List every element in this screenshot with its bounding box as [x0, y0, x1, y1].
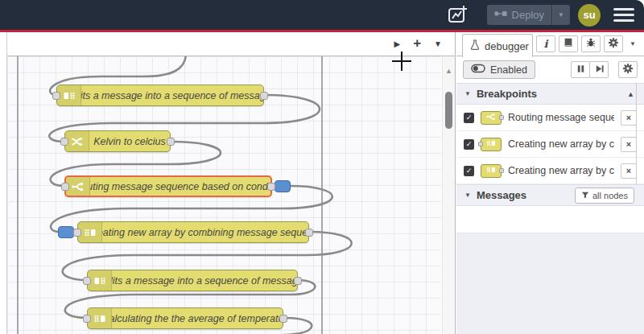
node-port-left[interactable]	[83, 315, 91, 323]
palette-edge	[0, 32, 7, 334]
bug-icon	[585, 37, 597, 52]
messages-section-header[interactable]: ▼ Messages all nodes	[456, 184, 644, 206]
scroll-up-icon[interactable]: ▲	[445, 68, 452, 75]
deploy-label: Deploy	[512, 9, 544, 21]
breakpoint-checkbox[interactable]: ✓	[464, 166, 474, 176]
switch-icon	[481, 111, 502, 125]
flow-list-icon[interactable]: ▼	[434, 40, 442, 48]
node-port-right[interactable]	[305, 229, 313, 237]
breakpoint-checkbox[interactable]: ✓	[464, 139, 474, 150]
pause-icon	[576, 63, 586, 77]
scroll-tabs-right-icon[interactable]: ▶	[394, 40, 400, 48]
tab-debugger[interactable]: debugger	[462, 34, 533, 57]
remove-breakpoint-button[interactable]: ×	[621, 163, 637, 179]
switch-icon	[66, 177, 90, 196]
breakpoints-title: Breakpoints	[477, 88, 537, 100]
node-port-left[interactable]	[60, 138, 68, 146]
capture-flow-icon[interactable]	[445, 3, 469, 27]
node-port-left[interactable]	[61, 183, 69, 191]
tab-debugger-label: debugger	[485, 40, 529, 52]
remove-breakpoint-button[interactable]: ×	[621, 110, 637, 126]
filter-label: all nodes	[592, 191, 628, 200]
user-avatar[interactable]: su	[578, 4, 601, 27]
chevron-down-icon: ▼	[464, 90, 471, 97]
breakpoint-marker[interactable]	[275, 180, 291, 192]
node-port-left[interactable]	[83, 277, 91, 285]
node-port-right[interactable]	[279, 315, 287, 323]
debugger-controls: Enabled	[456, 56, 644, 83]
join-icon	[481, 138, 502, 151]
flow-node[interactable]: Splits a message into a sequence of mess…	[56, 85, 264, 106]
add-flow-button[interactable]: +	[413, 36, 421, 50]
breakpoint-label: Creating new array by combinin	[508, 165, 614, 176]
breakpoint-row[interactable]: ✓ Creating new array by combinin ×	[456, 131, 644, 158]
step-next-icon	[594, 63, 605, 77]
scroll-to-top-icon[interactable]: ▲	[627, 90, 634, 98]
debug-button[interactable]	[581, 35, 601, 52]
join-icon	[78, 222, 102, 242]
node-port-right[interactable]	[267, 183, 275, 191]
flow-canvas-pane: ▶ + ▼ Splits a message into a sequence o…	[0, 32, 456, 334]
funnel-icon	[581, 191, 589, 200]
breakpoint-row[interactable]: ✓ Routing message sequence ba ×	[456, 105, 644, 131]
node-port-right[interactable]	[260, 92, 268, 100]
messages-empty-row	[456, 206, 644, 233]
crosshair-cursor	[392, 52, 411, 71]
flow-node[interactable]: Routing message sequence based on condit…	[64, 175, 272, 197]
toggle-icon	[471, 64, 485, 76]
canvas-scrollbar-thumb[interactable]	[445, 92, 452, 129]
join-icon	[88, 308, 112, 328]
app-header: Deploy ▼ su	[0, 0, 644, 32]
remove-breakpoint-button[interactable]: ×	[621, 137, 637, 152]
gear-icon	[608, 37, 619, 52]
sidebar-tabbar: debugger i	[456, 32, 644, 56]
flow-node[interactable]: Creating new array by combining message …	[77, 221, 309, 243]
deploy-button[interactable]: Deploy ▼	[487, 5, 570, 25]
canvas-scrollbar[interactable]: ▲	[442, 56, 455, 334]
breakpoint-marker[interactable]	[58, 226, 74, 238]
shuffle-icon	[65, 131, 89, 151]
workspace-tabbar: ▶ + ▼	[7, 32, 455, 56]
messages-title: Messages	[477, 189, 526, 201]
pause-button[interactable]	[571, 61, 590, 78]
breakpoint-checkbox[interactable]: ✓	[464, 113, 474, 123]
split-icon	[88, 270, 112, 291]
deploy-icon	[494, 9, 507, 21]
enabled-toggle[interactable]: Enabled	[463, 60, 535, 79]
node-port-left[interactable]	[52, 92, 60, 100]
main-menu-icon[interactable]	[613, 8, 634, 22]
split-icon	[57, 85, 81, 105]
info-button[interactable]: i	[536, 35, 555, 52]
breakpoint-row[interactable]: ✓ Creating new array by combinin ×	[456, 158, 644, 184]
node-port	[499, 115, 504, 120]
messages-empty-area	[456, 233, 644, 334]
info-icon: i	[544, 38, 548, 50]
flow-node[interactable]: Calculating the the average of temperatu…	[87, 307, 283, 329]
deploy-options-caret[interactable]: ▼	[551, 5, 570, 25]
breakpoint-label: Routing message sequence ba	[508, 112, 614, 123]
flow-node[interactable]: Kelvin to celcius	[64, 130, 171, 152]
step-button[interactable]	[589, 61, 609, 78]
config-button[interactable]	[604, 35, 623, 52]
debug-sidebar: debugger i	[456, 32, 644, 334]
enabled-label: Enabled	[490, 64, 527, 76]
flow-node[interactable]: Splits a message into a sequence of mess…	[87, 270, 298, 291]
node-port-right[interactable]	[167, 138, 175, 146]
join-icon	[481, 164, 502, 178]
sidebar-scroll-track	[636, 83, 637, 184]
breakpoint-label: Creating new array by combinin	[508, 138, 614, 150]
chevron-down-icon: ▼	[464, 192, 471, 199]
node-port	[478, 142, 483, 146]
node-port-left[interactable]	[73, 229, 81, 237]
gear-icon	[622, 63, 634, 77]
flask-icon	[470, 39, 480, 52]
node-port-right[interactable]	[294, 277, 302, 285]
filter-all-nodes-button[interactable]: all nodes	[575, 188, 634, 204]
node-port	[499, 168, 504, 173]
debugger-settings-button[interactable]	[618, 61, 638, 78]
more-tabs-caret-icon[interactable]: ▼	[626, 35, 639, 52]
book-icon	[563, 37, 574, 52]
breakpoints-section-header[interactable]: ▼ Breakpoints ▲	[456, 83, 644, 105]
docs-button[interactable]	[559, 35, 578, 52]
